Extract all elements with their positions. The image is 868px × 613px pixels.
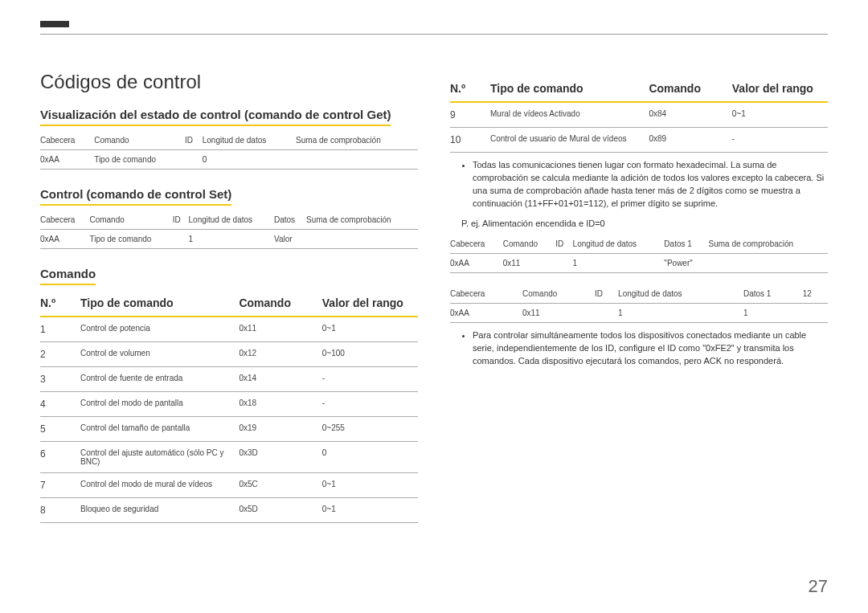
table-row: 0xAA 0x11 1 "Power" [450,253,828,272]
note-text: Todas las comunicaciones tienen lugar co… [473,159,828,210]
td: 2 [40,342,80,367]
td: Tipo de comando [94,150,185,170]
section-set: Control (comando de control Set) Cabecer… [40,187,418,249]
th: Suma de comprobación [296,131,418,150]
td: - [732,128,828,153]
header-rule [40,34,828,35]
td: 0x84 [649,102,731,128]
td: Control de volumen [80,342,239,367]
th: Comando [89,210,172,230]
table-comando-left: N.º Tipo de comando Comando Valor del ra… [40,290,418,523]
th: Cabecera [450,284,522,304]
td: 0x11 [239,317,321,342]
th: Comando [94,131,185,150]
td: 1 [618,303,743,322]
th: ID [185,131,203,150]
th: 12 [803,284,828,304]
th-rango: Valor del rango [732,76,828,102]
td: Mural de vídeos Activado [490,102,649,128]
table-row: 2Control de volumen0x120~100 [40,342,418,367]
td: - [322,392,418,417]
table-get: Cabecera Comando ID Longitud de datos Su… [40,131,418,170]
td: 4 [40,392,80,417]
th-cmd: Comando [239,290,321,317]
td: 0xAA [40,150,94,170]
td: Control de fuente de entrada [80,367,239,392]
table-row: 3Control de fuente de entrada0x14- [40,367,418,392]
td: Tipo de comando [89,230,172,249]
note-hex: Todas las comunicaciones tienen lugar co… [450,159,828,210]
td: Control del modo de mural de vídeos [80,473,239,498]
td: 5 [40,417,80,442]
header-mark [40,21,69,27]
section-set-title: Control (comando de control Set) [40,187,231,206]
section-comando: Comando N.º Tipo de comando Comando Valo… [40,267,418,523]
td: Control del tamaño de pantalla [80,417,239,442]
table-example-1: Cabecera Comando ID Longitud de datos Da… [450,235,828,273]
table-row: 1Control de potencia0x110~1 [40,317,418,342]
td: 0~1 [732,102,828,128]
note-text: Para controlar simultáneamente todos los… [473,329,828,368]
th-cmd: Comando [649,76,731,102]
td: Valor [274,230,306,249]
td: 0x5D [239,498,321,523]
td: 0x19 [239,417,321,442]
left-column: Códigos de control Visualización del est… [40,71,418,541]
td: 1 [40,317,80,342]
table-row: 5Control del tamaño de pantalla0x190~255 [40,417,418,442]
td: Bloqueo de seguridad [80,498,239,523]
td: 0~1 [322,498,418,523]
th-tipo: Tipo de comando [490,76,649,102]
th: ID [173,210,189,230]
table-set: Cabecera Comando ID Longitud de datos Da… [40,210,418,249]
td: 0 [203,150,296,170]
th: Comando [503,235,556,254]
th: Longitud de datos [618,284,743,304]
page-number: 27 [809,576,828,597]
td: 0x11 [522,303,595,322]
td: 7 [40,473,80,498]
td: 8 [40,498,80,523]
td: "Power" [664,253,708,272]
section-get: Visualización del estado de control (com… [40,108,418,170]
table-row: 10Control de usuario de Mural de vídeos0… [450,128,828,153]
section-comando-title: Comando [40,267,96,285]
td: Control del modo de pantalla [80,392,239,417]
td: 0x5C [239,473,321,498]
td: Control de potencia [80,317,239,342]
th: Datos [274,210,306,230]
table-row: 4Control del modo de pantalla0x18- [40,392,418,417]
td: 0~1 [322,473,418,498]
td [173,230,189,249]
th: Suma de comprobación [708,235,828,254]
td: 0x11 [503,253,556,272]
section-get-title: Visualización del estado de control (com… [40,108,391,126]
table-row: 0xAA Tipo de comando 0 [40,150,418,170]
th: ID [555,235,572,254]
td [306,230,418,249]
th: Datos 1 [664,235,708,254]
td [708,253,828,272]
example-label: P. ej. Alimentación encendida e ID=0 [461,219,828,228]
page-title: Códigos de control [40,71,418,93]
td [296,150,418,170]
td [185,150,203,170]
td: 0xAA [40,230,89,249]
td: 0x12 [239,342,321,367]
th-tipo: Tipo de comando [80,290,239,317]
td: Control del ajuste automático (sólo PC y… [80,442,239,473]
table-row: 0xAA 0x11 1 1 [450,303,828,322]
td: 0~1 [322,317,418,342]
table-row: 6Control del ajuste automático (sólo PC … [40,442,418,473]
td: 6 [40,442,80,473]
td: 1 [743,303,803,322]
th: Longitud de datos [203,131,296,150]
th-rango: Valor del rango [322,290,418,317]
td: 1 [189,230,274,249]
td: 9 [450,102,490,128]
td: 0xAA [450,303,522,322]
td: 1 [573,253,665,272]
td: 0x18 [239,392,321,417]
th: Suma de comprobación [306,210,418,230]
td: 0x89 [649,128,731,153]
